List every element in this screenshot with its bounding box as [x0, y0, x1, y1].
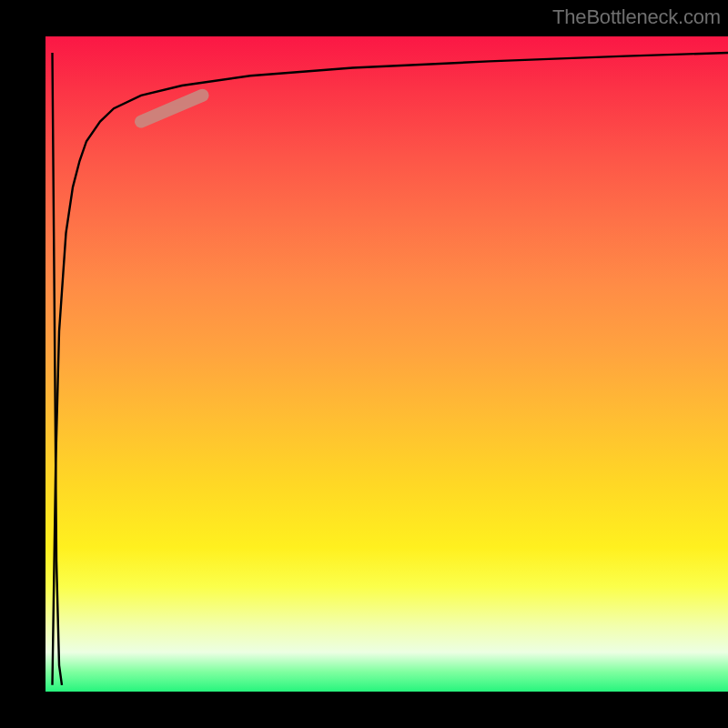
watermark-text: TheBottleneck.com — [552, 5, 721, 29]
plot-gradient-background — [46, 36, 728, 692]
chart-stage: TheBottleneck.com — [0, 0, 728, 728]
